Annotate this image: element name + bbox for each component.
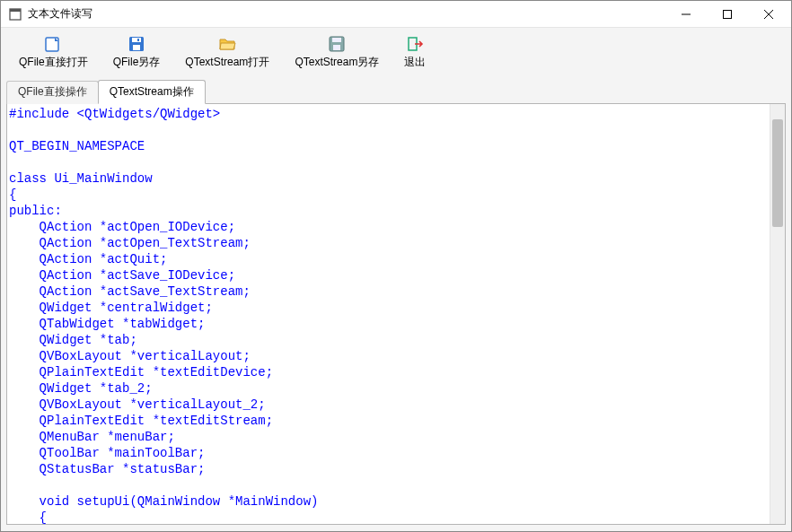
minimize-button[interactable] — [665, 1, 707, 28]
client-area: QFile直接打开 QFile另存 QTextStream打开 QTextStr… — [1, 28, 791, 531]
tab-bar: QFile直接操作 QTextStream操作 — [6, 79, 786, 104]
exit-icon — [406, 35, 424, 53]
save-icon — [128, 35, 145, 53]
qtextstream-open-button[interactable]: QTextStream打开 — [172, 33, 282, 74]
toolbar: QFile直接打开 QFile另存 QTextStream打开 QTextStr… — [6, 31, 786, 77]
titlebar: 文本文件读写 — [1, 1, 791, 28]
toolbar-label: 退出 — [404, 55, 426, 70]
tab-qtextstream[interactable]: QTextStream操作 — [98, 80, 206, 104]
window-title: 文本文件读写 — [28, 6, 92, 22]
toolbar-label: QFile另存 — [113, 55, 161, 70]
svg-rect-3 — [724, 11, 732, 19]
folder-open-icon — [218, 35, 236, 53]
toolbar-label: QFile直接打开 — [19, 55, 88, 70]
file-open-icon — [44, 35, 62, 53]
toolbar-label: QTextStream另存 — [295, 55, 379, 70]
scrollbar-thumb[interactable] — [772, 119, 783, 227]
toolbar-label: QTextStream打开 — [185, 55, 269, 70]
close-button[interactable] — [748, 1, 789, 28]
svg-rect-1 — [10, 9, 21, 12]
save-stream-icon — [328, 35, 346, 53]
svg-rect-12 — [332, 38, 341, 42]
vertical-scrollbar[interactable] — [770, 104, 785, 524]
exit-button[interactable]: 退出 — [392, 33, 438, 74]
tab-label: QFile直接操作 — [18, 85, 87, 98]
qfile-save-button[interactable]: QFile另存 — [101, 33, 173, 74]
content-area: #include <QtWidgets/QWidget> QT_BEGIN_NA… — [6, 104, 786, 525]
text-editor[interactable]: #include <QtWidgets/QWidget> QT_BEGIN_NA… — [7, 104, 770, 524]
app-icon — [8, 7, 22, 22]
qfile-open-button[interactable]: QFile直接打开 — [6, 33, 101, 74]
window-controls — [665, 1, 789, 27]
svg-rect-8 — [132, 38, 141, 42]
svg-rect-13 — [333, 45, 340, 50]
maximize-button[interactable] — [707, 1, 748, 28]
svg-rect-9 — [133, 45, 140, 50]
svg-rect-10 — [137, 39, 139, 41]
qtextstream-save-button[interactable]: QTextStream另存 — [282, 33, 392, 74]
tab-label: QTextStream操作 — [110, 85, 194, 98]
tab-qfile[interactable]: QFile直接操作 — [6, 81, 99, 105]
